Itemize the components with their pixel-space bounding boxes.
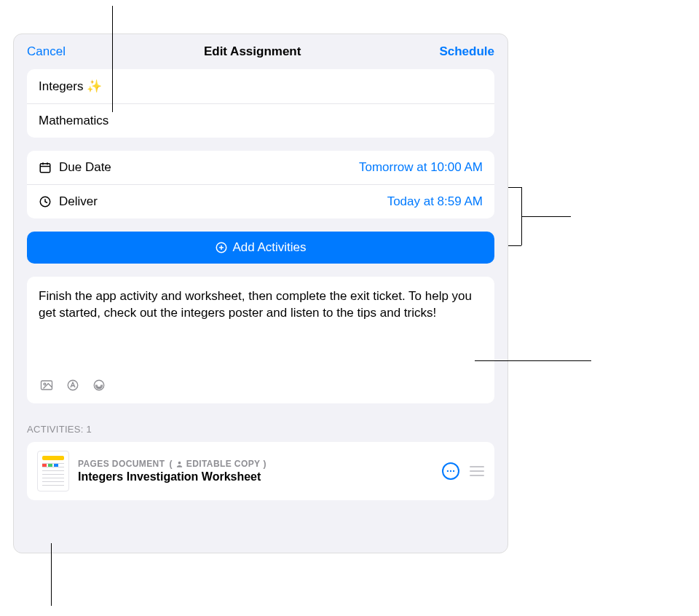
attachment-icons xyxy=(39,367,483,392)
svg-rect-0 xyxy=(40,164,50,173)
svg-point-15 xyxy=(453,470,454,472)
drag-handle-icon[interactable] xyxy=(470,466,484,476)
activities-section-label: Activities: 1 xyxy=(27,424,494,435)
activity-actions xyxy=(442,462,484,480)
cancel-button[interactable]: Cancel xyxy=(27,44,66,59)
person-icon xyxy=(175,460,183,468)
class-text: Mathematics xyxy=(39,114,108,128)
class-field[interactable]: Mathematics xyxy=(27,103,494,138)
panel-header: Cancel Edit Assignment Schedule xyxy=(14,34,508,69)
schedule-card: Due Date Tomorrow at 10:00 AM Deliver To… xyxy=(27,151,494,218)
instructions-card[interactable]: Finish the app activity and worksheet, t… xyxy=(27,277,494,403)
due-date-value: Tomorrow at 10:00 AM xyxy=(359,160,483,175)
markup-icon[interactable] xyxy=(65,379,81,392)
activity-badge: EDITABLE COPY xyxy=(186,459,261,469)
add-activities-label: Add Activities xyxy=(232,240,306,255)
svg-point-9 xyxy=(44,383,46,385)
plus-circle-icon xyxy=(215,241,228,254)
clock-icon xyxy=(39,195,52,208)
activity-type-label: PAGES DOCUMENT xyxy=(78,459,165,469)
activity-item[interactable]: PAGES DOCUMENT ( EDITABLE COPY ) Integer… xyxy=(27,442,494,500)
deliver-row[interactable]: Deliver Today at 8:59 AM xyxy=(27,184,494,218)
callout-line xyxy=(521,216,571,217)
activity-thumbnail xyxy=(37,451,69,491)
due-date-row[interactable]: Due Date Tomorrow at 10:00 AM xyxy=(27,151,494,184)
title-class-card: Integers ✨ Mathematics xyxy=(27,69,494,138)
panel-title: Edit Assignment xyxy=(204,44,301,59)
due-date-label: Due Date xyxy=(59,160,111,175)
edit-assignment-panel: Cancel Edit Assignment Schedule Integers… xyxy=(13,33,508,553)
svg-point-12 xyxy=(178,461,181,464)
svg-point-13 xyxy=(447,470,449,472)
photo-icon[interactable] xyxy=(39,379,55,392)
deliver-label: Deliver xyxy=(59,194,98,209)
assignment-title-text: Integers ✨ xyxy=(39,79,102,94)
assignment-title-field[interactable]: Integers ✨ xyxy=(27,69,494,103)
activity-more-button[interactable] xyxy=(442,462,459,480)
activity-title: Integers Investigation Worksheet xyxy=(78,470,433,483)
schedule-button[interactable]: Schedule xyxy=(439,44,494,59)
callout-line xyxy=(51,543,52,606)
instructions-text: Finish the app activity and worksheet, t… xyxy=(39,288,483,322)
callout-line xyxy=(508,245,521,246)
deliver-value: Today at 8:59 AM xyxy=(387,194,483,209)
callout-line xyxy=(112,6,113,112)
activity-type: PAGES DOCUMENT ( EDITABLE COPY ) xyxy=(78,459,433,469)
add-activities-button[interactable]: Add Activities xyxy=(27,232,494,264)
svg-point-14 xyxy=(450,470,451,472)
audio-icon[interactable] xyxy=(91,379,107,392)
ellipsis-icon xyxy=(446,466,456,476)
activity-meta: PAGES DOCUMENT ( EDITABLE COPY ) Integer… xyxy=(78,459,433,483)
callout-line xyxy=(475,360,591,361)
calendar-icon xyxy=(39,161,52,174)
callout-line xyxy=(508,187,521,188)
